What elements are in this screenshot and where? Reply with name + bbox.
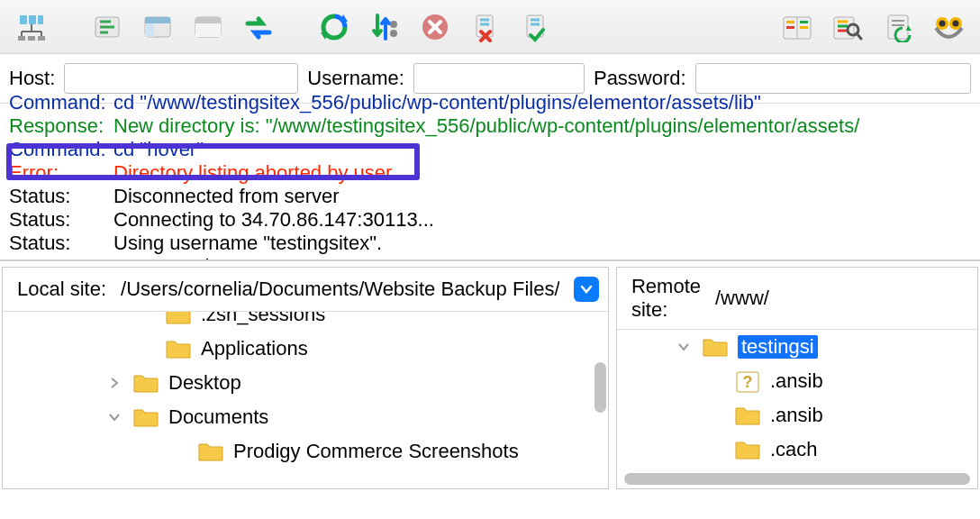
scrollbar-thumb[interactable] [624, 473, 970, 485]
local-path-dropdown[interactable] [574, 277, 599, 302]
tree-item-label: .ansib [770, 369, 823, 393]
log-type: Command: [9, 91, 113, 114]
tree-item-label: Prodigy Commerce Screenshots [233, 440, 519, 463]
folder-icon [132, 406, 159, 428]
tree-item-label: .ansib [770, 404, 823, 427]
tree-item-label: testingsi [738, 335, 818, 359]
reconnect-icon[interactable] [517, 8, 555, 46]
folder-icon [132, 372, 159, 394]
tree-item[interactable]: Prodigy Commerce Screenshots [3, 434, 608, 469]
folder-icon [165, 311, 192, 325]
tree-item[interactable]: Desktop [3, 366, 608, 400]
tree-item-label: Desktop [168, 371, 241, 395]
password-input[interactable] [695, 63, 971, 94]
host-label: Host: [9, 67, 55, 90]
local-panel: Local site: .zsh_sessionsApplicationsDes… [2, 267, 609, 489]
find-icon[interactable] [930, 8, 967, 46]
log-line[interactable]: Status:Disconnected from server [9, 185, 971, 208]
folder-icon [165, 338, 192, 360]
tree-item[interactable]: .zsh_sessions [3, 311, 608, 332]
username-input[interactable] [413, 63, 585, 94]
log-message: Using username "testingsitex". [113, 232, 382, 255]
quickconnect-icon[interactable] [88, 8, 126, 46]
tree-item[interactable]: ?.ansib [617, 364, 977, 398]
log-line[interactable]: Status:Connected to 34.70.86.147 [9, 255, 971, 260]
tree-item[interactable]: .ansib [617, 398, 977, 432]
svg-rect-37 [786, 21, 794, 23]
tree-item[interactable]: Documents [3, 400, 608, 434]
svg-rect-38 [786, 26, 794, 29]
process-queue-icon[interactable] [366, 8, 404, 46]
refresh-icon[interactable] [315, 8, 353, 46]
remote-panel: Remote site: testingsi?.ansib.ansib.cach [616, 267, 978, 489]
log-type: Status: [9, 185, 113, 208]
svg-rect-2 [38, 15, 43, 24]
tree-item-label: .cach [770, 438, 818, 461]
svg-rect-7 [18, 36, 25, 41]
tree-item-label: .zsh_sessions [201, 311, 325, 326]
tree-item[interactable]: testingsi [617, 330, 977, 364]
folder-icon [197, 441, 224, 462]
svg-rect-39 [800, 21, 808, 23]
log-line[interactable]: Status:Connecting to 34.70.86.147:30113.… [9, 208, 971, 232]
tree-item[interactable]: Applications [3, 332, 608, 366]
log-line[interactable]: Response:New directory is: "/www/testing… [9, 114, 971, 138]
log-message: Connected to 34.70.86.147 [113, 255, 352, 260]
svg-rect-18 [195, 17, 221, 23]
chevron-right-icon[interactable] [105, 377, 123, 389]
log-type: Response: [9, 114, 113, 138]
svg-text:?: ? [742, 373, 752, 391]
svg-point-22 [390, 21, 397, 28]
log-line[interactable]: Status:Using username "testingsitex". [9, 232, 971, 255]
remote-tree[interactable]: testingsi?.ansib.ansib.cach [617, 329, 977, 488]
disconnect-icon[interactable] [467, 8, 504, 46]
scrollbar-thumb[interactable] [594, 362, 606, 413]
highlight-annotation [6, 143, 420, 180]
password-label: Password: [594, 67, 686, 90]
site-manager-icon[interactable] [13, 8, 50, 46]
filters-icon[interactable] [879, 8, 917, 46]
tree-item-label: Documents [168, 405, 268, 429]
local-path-input[interactable] [115, 275, 565, 304]
sync-browsing-icon[interactable] [240, 8, 277, 46]
main-toolbar [0, 0, 980, 54]
svg-point-52 [939, 20, 946, 26]
site-panels: Local site: .zsh_sessionsApplicationsDes… [0, 260, 980, 489]
log-message: Disconnected from server [113, 185, 340, 208]
toggle-local-tree-icon[interactable] [139, 8, 177, 46]
remote-path-input[interactable] [710, 284, 968, 313]
svg-point-54 [953, 20, 959, 26]
svg-line-46 [857, 33, 861, 39]
svg-rect-16 [145, 23, 154, 37]
local-site-label: Local site: [17, 278, 106, 301]
message-log-wrap: Command:cd "/www/testingsitex_556/public… [0, 91, 980, 260]
folder-icon [734, 405, 761, 426]
svg-rect-15 [145, 17, 170, 23]
cancel-icon[interactable] [416, 8, 454, 46]
log-type: Status: [9, 255, 113, 260]
folder-icon [734, 439, 761, 460]
log-line[interactable]: Command:cd "/www/testingsitex_556/public… [9, 91, 971, 114]
toggle-remote-tree-icon[interactable] [189, 8, 227, 46]
svg-rect-0 [20, 15, 27, 24]
tree-item[interactable]: .cach [617, 432, 977, 467]
svg-rect-47 [888, 15, 908, 39]
local-tree[interactable]: .zsh_sessionsApplicationsDesktopDocument… [3, 311, 608, 488]
chevron-down-icon[interactable] [105, 411, 123, 423]
svg-rect-40 [800, 26, 808, 29]
search-icon[interactable] [829, 8, 867, 46]
compare-icon[interactable] [778, 8, 816, 46]
username-label: Username: [307, 67, 404, 90]
svg-point-23 [390, 30, 397, 37]
log-type: Status: [9, 232, 113, 255]
svg-rect-1 [29, 15, 36, 24]
svg-rect-9 [38, 36, 45, 41]
log-message: Connecting to 34.70.86.147:30113... [113, 208, 434, 232]
remote-site-label: Remote site: [631, 275, 701, 322]
log-type: Status: [9, 208, 113, 232]
host-input[interactable] [64, 63, 298, 94]
tree-item-label: Applications [201, 337, 308, 360]
chevron-down-icon[interactable] [675, 341, 693, 353]
folder-icon [702, 336, 729, 358]
svg-rect-8 [28, 36, 35, 41]
